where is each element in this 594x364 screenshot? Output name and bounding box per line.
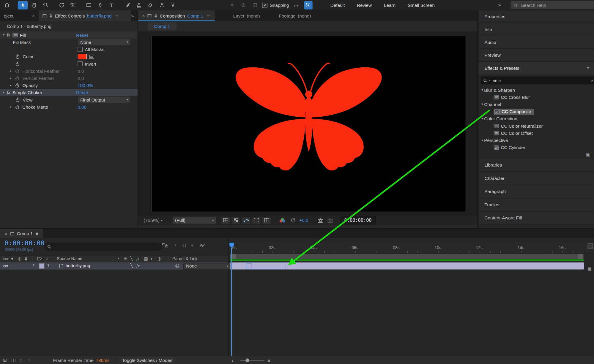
property-value[interactable]: 0,0 xyxy=(78,75,84,81)
panel-header-content-aware-fill[interactable]: Content-Aware Fill xyxy=(478,212,594,225)
workspace-overflow-icon[interactable]: » xyxy=(498,2,501,7)
comp-mini-icon[interactable]: ▣ xyxy=(587,266,592,271)
comp-subtab[interactable]: Comp 1 xyxy=(148,22,177,30)
effect-controls-tab[interactable]: Effect Controls butterfly.png ≡ xyxy=(39,10,131,21)
layer-duration-bar[interactable] xyxy=(230,262,584,269)
effect-item-cc-color-offset[interactable]: CC Color Offset xyxy=(478,129,594,137)
stopwatch-icon[interactable] xyxy=(15,69,20,74)
twirl-right-icon[interactable]: ▸ xyxy=(10,105,14,108)
reset-button[interactable]: Reset xyxy=(76,90,88,95)
in-out-pane-icon[interactable]: ↕ xyxy=(20,357,22,363)
panel-header-character[interactable]: Character xyxy=(478,172,594,185)
motion-blur-icon[interactable]: ◐ xyxy=(191,243,194,248)
workspace-review[interactable]: Review xyxy=(357,2,372,8)
twirl-down-icon[interactable]: ▾ xyxy=(481,102,483,106)
panel-header-libraries[interactable]: Libraries xyxy=(478,159,594,172)
parent-link-column-label[interactable]: Parent & Link xyxy=(172,256,197,261)
twirl-down-icon[interactable]: ▾ xyxy=(3,91,7,94)
eyedropper-icon[interactable] xyxy=(89,54,95,59)
search-help-box[interactable] xyxy=(511,1,594,9)
grid-options-icon[interactable] xyxy=(221,216,230,224)
effect-group-color-correction[interactable]: ▾ Color Correction xyxy=(478,115,594,122)
viewer-timecode[interactable]: 0:00:00:00 xyxy=(340,216,376,224)
twirl-down-icon[interactable]: ▾ xyxy=(481,139,483,142)
timeline-ruler[interactable]: 0s 02s 04s 06s 08s 10s 12s 14s 16s xyxy=(229,243,594,253)
workspace-default[interactable]: Default xyxy=(330,2,345,8)
rectangle-tool-icon[interactable] xyxy=(84,1,94,9)
layer-twirl-icon[interactable]: ▸ xyxy=(33,263,35,266)
camera-tool-icon[interactable] xyxy=(68,1,78,9)
view-layout-icon[interactable] xyxy=(262,216,271,224)
timeline-search-input[interactable] xyxy=(53,243,146,250)
comp-marker-bin-icon[interactable] xyxy=(587,243,593,249)
parent-dropdown[interactable]: None ▾ xyxy=(183,263,231,269)
clone-stamp-tool-icon[interactable] xyxy=(134,1,144,9)
composition-tab[interactable]: × Composition Comp 1 ≡ xyxy=(138,10,215,21)
timeline-zoom-knob[interactable] xyxy=(245,358,249,362)
panel-header-properties[interactable]: Properties xyxy=(478,10,594,23)
resolution-dropdown[interactable]: (Full) ▾ xyxy=(172,217,216,224)
current-time-display[interactable]: 0:00:00:00 xyxy=(4,240,45,247)
mask-visibility-icon[interactable] xyxy=(241,216,251,224)
stopwatch-icon[interactable] xyxy=(15,54,20,59)
timeline-search-box[interactable] xyxy=(44,243,162,251)
search-help-input[interactable] xyxy=(520,2,578,8)
property-value[interactable]: 0,00 xyxy=(78,104,86,110)
snap-features-icon[interactable] xyxy=(304,1,312,9)
effect-item-cc-composite[interactable]: CC Composite xyxy=(478,108,594,115)
mini-flowchart-icon[interactable] xyxy=(162,243,168,248)
roto-brush-tool-icon[interactable] xyxy=(157,1,166,9)
twirl-down-icon[interactable]: ▾ xyxy=(481,117,483,120)
playhead-line[interactable] xyxy=(231,243,232,356)
effect-group-blur-sharpen[interactable]: ▾ Blur & Sharpen xyxy=(478,86,594,94)
panel-corner-icon[interactable]: ▣ xyxy=(586,152,590,157)
panel-header-effects-presets[interactable]: Effects & Presets ≡ xyxy=(478,62,594,75)
composition-canvas[interactable] xyxy=(152,36,466,212)
snapshot-camera-icon[interactable] xyxy=(317,218,323,223)
frame-blending-icon[interactable]: ◫ xyxy=(182,243,186,248)
selection-tool-icon[interactable] xyxy=(18,1,28,9)
close-icon[interactable]: × xyxy=(4,231,7,236)
close-icon[interactable]: × xyxy=(142,13,145,18)
zoom-out-icon[interactable]: ▲ xyxy=(231,359,234,362)
magnification-control[interactable]: (76,9%) ▾ xyxy=(144,218,163,223)
exposure-offset-value[interactable]: +0,0 xyxy=(299,218,308,223)
timeline-zoom-slider[interactable] xyxy=(240,360,264,361)
playhead-marker[interactable] xyxy=(229,243,234,248)
source-name-column-label[interactable]: Source Name xyxy=(57,256,82,261)
project-tab[interactable]: oject × xyxy=(0,10,39,21)
panel-header-audio[interactable]: Audio xyxy=(478,36,594,49)
work-area-bar[interactable] xyxy=(230,254,583,259)
render-time-pane-icon[interactable]: ◔ xyxy=(27,357,30,363)
channels-icon[interactable] xyxy=(279,217,286,223)
zoom-in-icon[interactable]: ▲ xyxy=(267,357,271,363)
twirl-right-icon[interactable]: ▸ xyxy=(10,69,14,72)
layer-visibility-icon[interactable] xyxy=(3,264,9,268)
layer-fx-switch[interactable]: fx xyxy=(136,263,140,269)
effect-item-cc-color-neutralizer[interactable]: CC Color Neutralizer xyxy=(478,122,594,129)
invert-checkbox[interactable] xyxy=(78,61,83,67)
rotation-tool-icon[interactable] xyxy=(56,1,66,9)
workspace-small-screen[interactable]: Small Screen xyxy=(408,2,435,8)
brush-tool-icon[interactable] xyxy=(122,1,132,9)
effect-fill-header[interactable]: ▾ fx Fill Reset xyxy=(0,31,138,39)
tab-overflow-icon[interactable]: » xyxy=(131,13,134,18)
panel-menu-icon[interactable]: ≡ xyxy=(116,13,118,18)
layer-name[interactable]: butterfly.png xyxy=(66,263,90,268)
twirl-right-icon[interactable]: ▸ xyxy=(10,77,14,80)
work-area-end-handle[interactable] xyxy=(578,254,583,259)
fill-mask-dropdown[interactable]: None ▾ xyxy=(78,39,130,46)
panel-header-tracker[interactable]: Tracker xyxy=(478,198,594,212)
workspace-learn[interactable]: Learn xyxy=(384,2,396,8)
effects-search-box[interactable]: ▾ × xyxy=(481,77,594,85)
layer-tab[interactable]: Layer (none) xyxy=(229,10,264,21)
all-masks-checkbox[interactable] xyxy=(78,47,83,52)
clear-search-icon[interactable]: × xyxy=(591,78,594,83)
effect-group-perspective[interactable]: ▾ Perspective xyxy=(478,137,594,144)
snap-option-icon[interactable] xyxy=(292,1,300,9)
effects-search-input[interactable] xyxy=(492,77,580,83)
layer-row[interactable]: ▸ 1 butterfly.png ╲ fx @ None ▾ xyxy=(0,262,229,269)
layer-color-swatch[interactable] xyxy=(39,263,44,269)
toggle-switches-modes-button[interactable]: Toggle Switches / Modes xyxy=(118,357,176,363)
snapping-checkbox[interactable] xyxy=(262,2,267,8)
